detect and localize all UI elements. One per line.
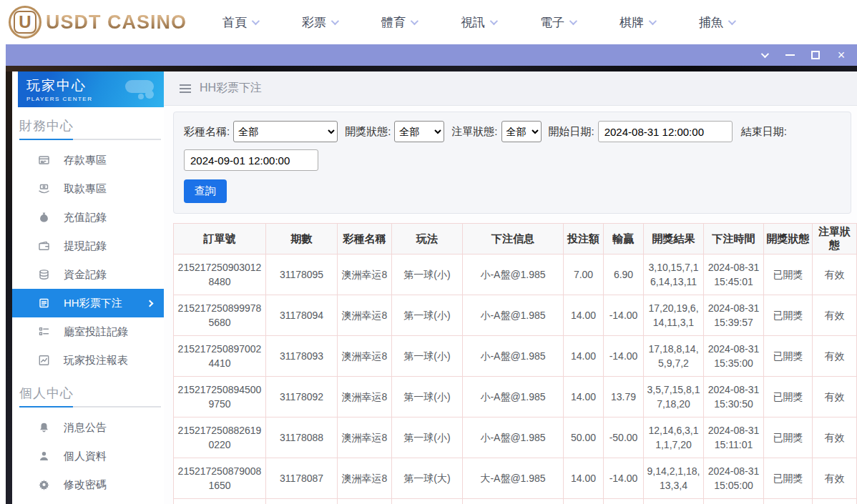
table-cell: 已開獎: [764, 417, 813, 458]
table-cell: 2152172508970024410: [174, 336, 266, 377]
notice-icon: [38, 421, 51, 434]
minimize-icon[interactable]: [784, 49, 795, 61]
nav-item-label: 電子: [540, 14, 564, 31]
sidebar-item-label: 消息公告: [64, 421, 107, 435]
table-cell: 2024-08-31 15:11:01: [704, 417, 764, 458]
sidebar-item[interactable]: 廳室投註記錄: [12, 317, 164, 346]
sidebar-item[interactable]: 提現記錄: [12, 232, 164, 260]
table-cell: 小-A盤@1.985: [463, 417, 564, 458]
sidebar-item[interactable]: 修改密碼: [12, 470, 164, 499]
filter-label: 注單狀態:: [451, 125, 497, 139]
nav-item-7[interactable]: 捕魚: [699, 14, 734, 31]
collapse-icon[interactable]: [758, 49, 770, 61]
sidebar-item[interactable]: 充值記錄: [12, 203, 164, 232]
start-date-input[interactable]: [598, 121, 733, 142]
filter-select-3[interactable]: 全部: [501, 121, 542, 142]
sidebar-item[interactable]: 存款專區: [12, 146, 164, 174]
table-cell: 澳洲幸运8: [338, 458, 392, 499]
table-row: 215217250879008165031178087澳洲幸运8第一球(大)大-…: [174, 458, 857, 499]
column-header: 投注額: [564, 224, 604, 255]
table-cell: 2152172508790081650: [174, 458, 266, 499]
column-header: 開獎結果: [644, 224, 704, 255]
table-cell: 2024-08-31 15:05:00: [704, 458, 764, 499]
content-body: 彩種名稱:全部開獎狀態:全部注單狀態:全部開始日期:結束日期: 查詢 訂單號期數…: [164, 106, 857, 504]
column-header: 開獎狀態: [764, 224, 813, 255]
table-cell: 14.00: [564, 499, 604, 504]
chevron-down-icon: [331, 17, 339, 25]
brand-name: USDT CASINO: [46, 11, 187, 34]
nav-item-label: 彩票: [302, 14, 326, 31]
funds-record-icon: [38, 268, 51, 281]
player-report-icon: [38, 354, 51, 367]
filter-panel: 彩種名稱:全部開獎狀態:全部注單狀態:全部開始日期:結束日期: 查詢: [173, 112, 851, 214]
table-cell: 第一球(大): [392, 499, 463, 504]
sidebar-item[interactable]: 消息公告: [12, 413, 164, 442]
chevron-down-icon: [411, 17, 418, 25]
sidebar-item-label: 存款專區: [64, 154, 107, 167]
table-cell: 大-A盤@1.985: [463, 499, 564, 504]
table-cell: 第一球(小): [392, 255, 463, 295]
table-cell: 已開獎: [764, 255, 813, 295]
table-row: 215217250899978568031178094澳洲幸运8第一球(小)小-…: [174, 295, 857, 336]
table-cell: 澳洲幸运8: [338, 336, 392, 377]
filter-select-2[interactable]: 全部: [394, 121, 444, 142]
table-cell: 第一球(小): [392, 417, 463, 458]
table-cell: 已開獎: [764, 336, 813, 377]
room-bet-record-icon: [38, 325, 51, 338]
table-cell: 9,14,2,1,18,13,3,4: [644, 458, 704, 499]
nav-item-2[interactable]: 彩票: [302, 14, 337, 31]
chevron-down-icon: [490, 17, 498, 25]
section-underline: [19, 406, 161, 407]
table-cell: 2024-08-31 15:35:00: [704, 336, 764, 377]
table-cell: 17,18,8,14,5,9,7,2: [644, 336, 704, 377]
end-date-input[interactable]: [184, 149, 318, 171]
nav-item-5[interactable]: 電子: [540, 14, 575, 31]
table-cell: 7.00: [564, 255, 604, 295]
nav-item-4[interactable]: 視訊: [461, 14, 496, 31]
sidebar-item-label: 修改密碼: [64, 478, 107, 492]
chevron-down-icon: [649, 17, 657, 25]
table-cell: 2152172508999785680: [174, 295, 266, 336]
window-left-trim: [6, 71, 12, 504]
sidebar-item[interactable]: 玩家投注報表: [12, 346, 164, 375]
table-cell: 50.00: [564, 417, 604, 458]
table-cell: 澳洲幸运8: [338, 377, 392, 417]
password-icon: [38, 478, 51, 491]
table-cell: 3,10,15,7,16,14,13,11: [644, 255, 704, 295]
hamburger-menu-icon[interactable]: [180, 84, 191, 93]
chevron-down-icon: [252, 17, 260, 25]
table-cell: 13.79: [604, 499, 644, 504]
search-button[interactable]: 查詢: [184, 179, 227, 203]
sidebar-item[interactable]: 個人資料: [12, 442, 164, 470]
sidebar-item[interactable]: 資金記錄: [12, 260, 164, 289]
close-icon[interactable]: ×: [836, 49, 847, 61]
maximize-icon[interactable]: [810, 49, 821, 61]
site-logo[interactable]: U USDT CASINO: [9, 6, 187, 39]
table-cell: -14.00: [604, 295, 644, 336]
table-cell: 有效: [813, 499, 857, 504]
nav-item-label: 視訊: [461, 14, 485, 31]
nav-item-label: 捕魚: [699, 14, 723, 31]
column-header: 期數: [266, 224, 338, 255]
sidebar-section-label: 個人中心: [19, 385, 164, 402]
table-cell: 31178092: [266, 377, 338, 417]
table-cell: 澳洲幸运8: [338, 295, 392, 336]
table-cell: 14.00: [564, 295, 604, 336]
table-header-row: 訂單號期數彩種名稱玩法下注信息投注額輸贏開獎結果下注時間開獎狀態注單狀態: [174, 224, 857, 255]
nav-item-3[interactable]: 體育: [381, 14, 416, 31]
nav-item-1[interactable]: 首頁: [222, 14, 258, 31]
table-cell: 第一球(小): [392, 377, 463, 417]
table-cell: 11,10,2,17,16,8,19,9: [644, 499, 704, 504]
sidebar-item-label: HH彩票下注: [64, 297, 122, 310]
table-cell: 已開獎: [764, 295, 813, 336]
column-header: 玩法: [392, 224, 463, 255]
table-cell: 已開獎: [764, 499, 813, 504]
withdraw-icon: [38, 182, 51, 195]
table-cell: 已開獎: [764, 377, 813, 417]
main-panel: HH彩票下注 彩種名稱:全部開獎狀態:全部注單狀態:全部開始日期:結束日期: 查…: [164, 71, 857, 504]
sidebar-item[interactable]: 取款專區: [12, 174, 164, 203]
logo-letter: U: [14, 11, 36, 34]
nav-item-6[interactable]: 棋牌: [620, 14, 655, 31]
sidebar-item[interactable]: HH彩票下注: [12, 289, 164, 317]
filter-select-1[interactable]: 全部: [233, 121, 338, 142]
